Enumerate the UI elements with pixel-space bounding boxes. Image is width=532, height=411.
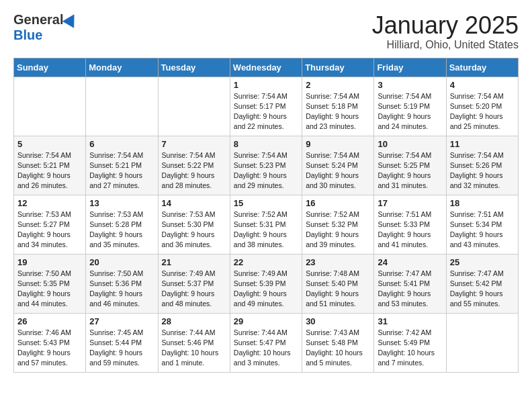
calendar-cell: 14Sunrise: 7:53 AM Sunset: 5:30 PM Dayli… [158,195,230,254]
day-info: Sunrise: 7:45 AM Sunset: 5:44 PM Dayligh… [89,328,154,369]
calendar-cell: 24Sunrise: 7:47 AM Sunset: 5:41 PM Dayli… [374,254,446,313]
calendar-cell: 11Sunrise: 7:54 AM Sunset: 5:26 PM Dayli… [446,136,518,195]
day-info: Sunrise: 7:50 AM Sunset: 5:36 PM Dayligh… [89,269,154,310]
day-info: Sunrise: 7:42 AM Sunset: 5:49 PM Dayligh… [378,328,443,369]
title-block: January 2025 Hilliard, Ohio, United Stat… [372,12,519,51]
calendar-cell: 20Sunrise: 7:50 AM Sunset: 5:36 PM Dayli… [86,254,158,313]
day-info: Sunrise: 7:51 AM Sunset: 5:33 PM Dayligh… [378,210,443,250]
day-number: 15 [234,198,299,208]
calendar-cell: 3Sunrise: 7:54 AM Sunset: 5:19 PM Daylig… [374,77,446,136]
day-number: 19 [17,257,83,267]
logo-triangle-icon [62,11,80,28]
day-info: Sunrise: 7:52 AM Sunset: 5:32 PM Dayligh… [306,210,371,250]
day-number: 18 [450,198,515,208]
calendar-cell: 26Sunrise: 7:46 AM Sunset: 5:43 PM Dayli… [14,313,86,372]
day-info: Sunrise: 7:47 AM Sunset: 5:42 PM Dayligh… [450,269,515,310]
weekday-header-friday: Friday [374,58,446,77]
calendar-table: SundayMondayTuesdayWednesdayThursdayFrid… [13,58,519,373]
calendar-cell: 16Sunrise: 7:52 AM Sunset: 5:32 PM Dayli… [302,195,374,254]
day-number: 21 [162,257,227,267]
day-number: 23 [306,257,371,267]
day-number: 2 [306,80,371,90]
location-title: Hilliard, Ohio, United States [372,39,519,51]
day-number: 29 [234,316,299,326]
day-number: 27 [89,316,154,326]
weekday-header-wednesday: Wednesday [230,58,302,77]
day-number: 24 [378,257,443,267]
weekday-header-tuesday: Tuesday [158,58,230,77]
day-number: 30 [306,316,371,326]
day-number: 9 [306,139,371,149]
calendar-cell: 4Sunrise: 7:54 AM Sunset: 5:20 PM Daylig… [446,77,518,136]
calendar-cell: 5Sunrise: 7:54 AM Sunset: 5:21 PM Daylig… [14,136,86,195]
calendar-week-3: 12Sunrise: 7:53 AM Sunset: 5:27 PM Dayli… [14,195,519,254]
calendar-week-1: 1Sunrise: 7:54 AM Sunset: 5:17 PM Daylig… [14,77,519,136]
day-number: 3 [378,80,443,90]
calendar-cell: 29Sunrise: 7:44 AM Sunset: 5:47 PM Dayli… [230,313,302,372]
day-info: Sunrise: 7:51 AM Sunset: 5:34 PM Dayligh… [450,210,515,250]
day-info: Sunrise: 7:44 AM Sunset: 5:47 PM Dayligh… [234,328,299,369]
day-number: 17 [378,198,443,208]
day-info: Sunrise: 7:54 AM Sunset: 5:22 PM Dayligh… [162,150,227,191]
day-number: 8 [234,139,299,149]
day-number: 5 [17,139,83,149]
day-info: Sunrise: 7:53 AM Sunset: 5:28 PM Dayligh… [89,210,154,250]
logo-blue-text: Blue [13,28,42,43]
day-info: Sunrise: 7:54 AM Sunset: 5:21 PM Dayligh… [17,150,83,191]
day-info: Sunrise: 7:50 AM Sunset: 5:35 PM Dayligh… [17,269,83,310]
day-number: 7 [162,139,227,149]
weekday-header-row: SundayMondayTuesdayWednesdayThursdayFrid… [14,58,519,77]
calendar-cell: 21Sunrise: 7:49 AM Sunset: 5:37 PM Dayli… [158,254,230,313]
calendar-cell: 22Sunrise: 7:49 AM Sunset: 5:39 PM Dayli… [230,254,302,313]
calendar-week-5: 26Sunrise: 7:46 AM Sunset: 5:43 PM Dayli… [14,313,519,372]
day-info: Sunrise: 7:54 AM Sunset: 5:17 PM Dayligh… [234,91,299,132]
calendar-cell [446,313,518,372]
calendar-cell [158,77,230,136]
calendar-cell: 1Sunrise: 7:54 AM Sunset: 5:17 PM Daylig… [230,77,302,136]
day-info: Sunrise: 7:46 AM Sunset: 5:43 PM Dayligh… [17,328,83,369]
weekday-header-thursday: Thursday [302,58,374,77]
calendar-cell [86,77,158,136]
day-number: 4 [450,80,515,90]
calendar-cell: 25Sunrise: 7:47 AM Sunset: 5:42 PM Dayli… [446,254,518,313]
day-number: 14 [162,198,227,208]
day-info: Sunrise: 7:54 AM Sunset: 5:24 PM Dayligh… [306,150,371,191]
page: General Blue January 2025 Hilliard, Ohio… [0,0,532,379]
weekday-header-monday: Monday [86,58,158,77]
calendar-cell: 13Sunrise: 7:53 AM Sunset: 5:28 PM Dayli… [86,195,158,254]
calendar-cell: 27Sunrise: 7:45 AM Sunset: 5:44 PM Dayli… [86,313,158,372]
day-info: Sunrise: 7:53 AM Sunset: 5:30 PM Dayligh… [162,210,227,250]
calendar-cell: 19Sunrise: 7:50 AM Sunset: 5:35 PM Dayli… [14,254,86,313]
day-info: Sunrise: 7:53 AM Sunset: 5:27 PM Dayligh… [17,210,83,250]
logo-general-text: General [13,12,63,28]
day-info: Sunrise: 7:47 AM Sunset: 5:41 PM Dayligh… [378,269,443,310]
calendar-week-2: 5Sunrise: 7:54 AM Sunset: 5:21 PM Daylig… [14,136,519,195]
calendar-cell: 30Sunrise: 7:43 AM Sunset: 5:48 PM Dayli… [302,313,374,372]
calendar-cell [14,77,86,136]
calendar-cell: 23Sunrise: 7:48 AM Sunset: 5:40 PM Dayli… [302,254,374,313]
day-number: 22 [234,257,299,267]
logo: General Blue [13,12,78,43]
day-number: 31 [378,316,443,326]
calendar-cell: 12Sunrise: 7:53 AM Sunset: 5:27 PM Dayli… [14,195,86,254]
weekday-header-saturday: Saturday [446,58,518,77]
calendar-cell: 28Sunrise: 7:44 AM Sunset: 5:46 PM Dayli… [158,313,230,372]
calendar-cell: 15Sunrise: 7:52 AM Sunset: 5:31 PM Dayli… [230,195,302,254]
day-number: 13 [89,198,154,208]
day-number: 28 [162,316,227,326]
day-info: Sunrise: 7:54 AM Sunset: 5:20 PM Dayligh… [450,91,515,132]
calendar-cell: 17Sunrise: 7:51 AM Sunset: 5:33 PM Dayli… [374,195,446,254]
day-number: 12 [17,198,83,208]
calendar-cell: 6Sunrise: 7:54 AM Sunset: 5:21 PM Daylig… [86,136,158,195]
day-number: 25 [450,257,515,267]
day-info: Sunrise: 7:54 AM Sunset: 5:18 PM Dayligh… [306,91,371,132]
calendar-cell: 18Sunrise: 7:51 AM Sunset: 5:34 PM Dayli… [446,195,518,254]
day-info: Sunrise: 7:54 AM Sunset: 5:21 PM Dayligh… [89,150,154,191]
day-number: 6 [89,139,154,149]
calendar-cell: 2Sunrise: 7:54 AM Sunset: 5:18 PM Daylig… [302,77,374,136]
day-info: Sunrise: 7:49 AM Sunset: 5:37 PM Dayligh… [162,269,227,310]
header: General Blue January 2025 Hilliard, Ohio… [13,12,519,51]
calendar-cell: 7Sunrise: 7:54 AM Sunset: 5:22 PM Daylig… [158,136,230,195]
day-number: 20 [89,257,154,267]
day-info: Sunrise: 7:54 AM Sunset: 5:23 PM Dayligh… [234,150,299,191]
